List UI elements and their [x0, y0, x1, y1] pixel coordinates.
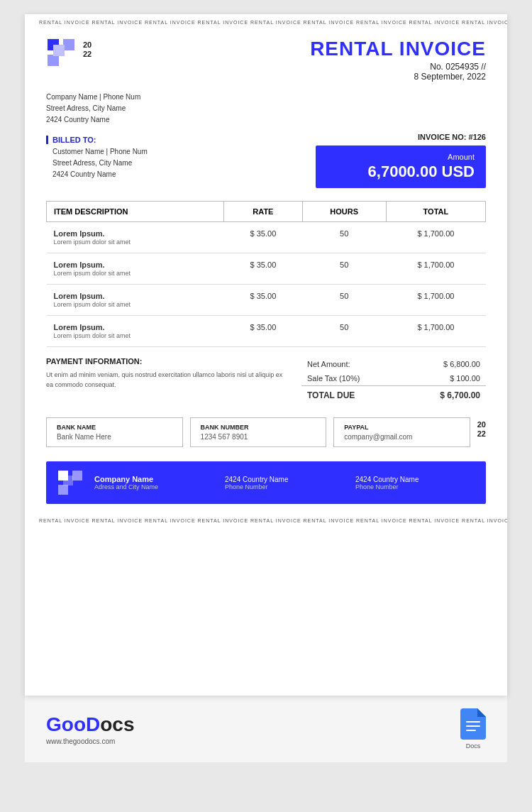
- goodocs-logo: GooDocs www.thegoodocs.com: [46, 713, 134, 745]
- item-desc: Lorem ipsum dolor sit amet: [54, 301, 131, 308]
- rate-cell: $ 35.00: [224, 285, 302, 316]
- footer-contact1: 2424 Country Name Phone Number: [225, 476, 344, 490]
- rate-cell: $ 35.00: [224, 316, 302, 347]
- total-due-row: TOTAL DUE $ 6,700.00: [301, 386, 486, 404]
- amount-value: 6,7000.00 USD: [327, 163, 475, 181]
- footer-contact2: 2424 Country Name Phone Number: [355, 476, 475, 490]
- footer-contact1-line1: 2424 Country Name: [225, 476, 344, 483]
- total-cell: $ 1,700.00: [386, 253, 485, 285]
- payment-info-section: PAYMENT INFORMATION: Ut enim ad minim ve…: [46, 357, 287, 403]
- items-table: ITEM DESCRIPTION RATE HOURS TOTAL Lorem …: [46, 201, 486, 347]
- item-desc-cell: Lorem Ipsum. Lorem ipsum dolor sit amet: [47, 316, 224, 347]
- col-total-header: TOTAL: [386, 202, 485, 222]
- svg-rect-2: [48, 55, 59, 66]
- invoice-no-label: No.: [430, 62, 443, 72]
- total-cell: $ 1,700.00: [386, 316, 485, 347]
- svg-rect-6: [72, 471, 82, 481]
- invoice-no-display: INVOICE NO: #126: [316, 133, 486, 141]
- item-name: Lorem Ipsum.: [54, 323, 217, 331]
- year-label: 20 22: [83, 38, 92, 59]
- billed-to-info: Customer Name | Phone Num Street Adress,…: [52, 146, 316, 180]
- footer-blue-bar: Company Name Adress and City Name 2424 C…: [46, 461, 486, 504]
- invoice-no: 0254935: [445, 62, 479, 72]
- billed-to-label: BILLED TO:: [46, 133, 316, 146]
- svg-rect-10: [466, 725, 480, 727]
- total-due-value: $ 6,700.00: [404, 386, 486, 404]
- footer-company-name: Company Name: [94, 475, 214, 483]
- paypal-value: company@gmail.com: [344, 433, 460, 441]
- table-row: Lorem Ipsum. Lorem ipsum dolor sit amet …: [47, 253, 486, 285]
- svg-rect-9: [466, 721, 480, 723]
- tax-row: Sale Tax (10%) $ 100.00: [301, 371, 486, 386]
- item-name: Lorem Ipsum.: [54, 292, 217, 300]
- bank-info-row: BANK NAME Bank Name Here BANK NUMBER 123…: [25, 403, 507, 447]
- bank-name-value: Bank Name Here: [57, 433, 172, 441]
- title-block: RENTAL INVOICE No. 0254935 // 8 Septembe…: [92, 38, 486, 82]
- item-name: Lorem Ipsum.: [54, 260, 217, 269]
- totals-section: Net Amount: $ 6,800.00 Sale Tax (10%) $ …: [301, 357, 486, 403]
- item-desc-cell: Lorem Ipsum. Lorem ipsum dolor sit amet: [47, 253, 224, 285]
- invoice-page: RENTAL INVOICE RENTAL INVOICE RENTAL INV…: [25, 14, 507, 696]
- footer-contact2-line1: 2424 Country Name: [355, 476, 475, 483]
- company-address2: 2424 Country Name: [46, 116, 110, 124]
- col-hours-header: HOURS: [302, 202, 386, 222]
- col-rate-header: RATE: [224, 202, 302, 222]
- customer-name: Customer Name | Phone Num: [52, 148, 148, 155]
- total-cell: $ 1,700.00: [386, 222, 485, 253]
- net-amount-label: Net Amount:: [301, 357, 404, 371]
- invoice-date: 8 September, 2022: [414, 72, 486, 82]
- totals-table: Net Amount: $ 6,800.00 Sale Tax (10%) $ …: [301, 357, 486, 403]
- svg-rect-11: [466, 730, 476, 731]
- footer-company: Company Name Adress and City Name: [94, 475, 214, 490]
- hours-cell: 50: [302, 285, 386, 316]
- page-title: RENTAL INVOICE: [92, 38, 486, 60]
- payment-info-title: PAYMENT INFORMATION:: [46, 357, 287, 366]
- billed-to-section: BILLED TO: Customer Name | Phone Num Str…: [46, 133, 316, 180]
- svg-rect-8: [63, 476, 73, 485]
- item-desc: Lorem ipsum dolor sit amet: [54, 270, 131, 277]
- goodocs-text: GooDocs: [46, 713, 134, 736]
- docs-label: Docs: [466, 742, 481, 750]
- top-banner: RENTAL INVOICE RENTAL INVOICE RENTAL INV…: [25, 14, 507, 31]
- svg-rect-1: [63, 39, 74, 50]
- item-desc: Lorem ipsum dolor sit amet: [54, 238, 131, 246]
- footer-company-sub: Adress and City Name: [94, 483, 214, 490]
- svg-rect-7: [58, 485, 68, 495]
- paypal-box: PAYPAL company@gmail.com: [333, 417, 470, 447]
- bank-year-label: 20 22: [477, 417, 486, 439]
- tax-value: $ 100.00: [404, 371, 486, 386]
- amount-box: Amount 6,7000.00 USD: [316, 146, 486, 188]
- branding-footer: GooDocs www.thegoodocs.com Docs: [25, 696, 507, 762]
- bank-name-box: BANK NAME Bank Name Here: [46, 417, 183, 447]
- total-cell: $ 1,700.00: [386, 285, 485, 316]
- table-row: Lorem Ipsum. Lorem ipsum dolor sit amet …: [47, 222, 486, 253]
- hours-cell: 50: [302, 316, 386, 347]
- company-info: Company Name | Phone Num Street Adress, …: [25, 82, 507, 126]
- invoice-meta: No. 0254935 // 8 September, 2022: [92, 62, 486, 82]
- docs-icon: [460, 708, 486, 740]
- customer-address2: 2424 Country Name: [52, 170, 116, 178]
- bottom-banner: RENTAL INVOICE RENTAL INVOICE RENTAL INV…: [25, 512, 507, 529]
- header-area: 20 22 RENTAL INVOICE No. 0254935 // 8 Se…: [25, 31, 507, 82]
- footer-logo: [57, 470, 83, 495]
- item-desc-cell: Lorem Ipsum. Lorem ipsum dolor sit amet: [47, 222, 224, 253]
- item-desc-cell: Lorem Ipsum. Lorem ipsum dolor sit amet: [47, 285, 224, 316]
- invoice-details-row: BILLED TO: Customer Name | Phone Num Str…: [25, 126, 507, 188]
- col-item-header: ITEM DESCRIPTION: [47, 202, 224, 222]
- customer-address1: Street Adress, City Name: [52, 159, 132, 167]
- docs-wrapper: Docs: [460, 708, 486, 750]
- net-amount-value: $ 6,800.00: [404, 357, 486, 371]
- total-due-label: TOTAL DUE: [301, 386, 404, 404]
- hours-cell: 50: [302, 222, 386, 253]
- company-name: Company Name | Phone Num: [46, 93, 140, 101]
- bank-name-label: BANK NAME: [57, 424, 172, 431]
- net-amount-row: Net Amount: $ 6,800.00: [301, 357, 486, 371]
- hours-cell: 50: [302, 253, 386, 285]
- invoice-separator: //: [481, 62, 486, 72]
- item-name: Lorem Ipsum.: [54, 229, 217, 238]
- goodocs-url: www.thegoodocs.com: [46, 737, 134, 745]
- footer-contact2-line2: Phone Number: [355, 483, 475, 490]
- company-logo: [46, 38, 76, 67]
- bank-number-value: 1234 567 8901: [201, 433, 316, 441]
- invoice-amount-section: INVOICE NO: #126 Amount 6,7000.00 USD: [316, 133, 486, 188]
